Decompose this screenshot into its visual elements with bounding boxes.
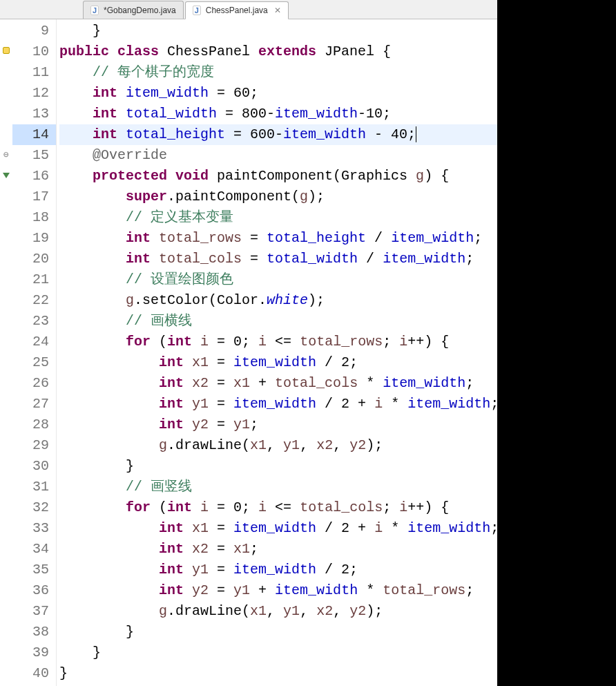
tab-chesspanel[interactable]: ChessPanel.java ✕: [185, 1, 289, 19]
code-line[interactable]: int y1 = item_width / 2;: [59, 560, 497, 580]
marker-row: [0, 477, 12, 497]
marker-fold[interactable]: ⊖: [0, 145, 12, 166]
marker-row: [0, 415, 12, 435]
marker-row: [0, 104, 12, 124]
marker-row: [0, 187, 12, 207]
line-number[interactable]: 34: [12, 539, 56, 560]
marker-row: [0, 332, 12, 352]
line-number[interactable]: 38: [12, 622, 56, 642]
code-line[interactable]: int total_height = 600-item_width - 40;: [59, 124, 497, 145]
code-line[interactable]: // 每个棋子的宽度: [59, 62, 497, 83]
code-area[interactable]: }public class ChessPanel extends JPanel …: [57, 19, 497, 686]
line-number[interactable]: 25: [12, 352, 56, 373]
close-icon[interactable]: ✕: [271, 6, 281, 15]
line-number[interactable]: 27: [12, 394, 56, 415]
line-number[interactable]: 22: [12, 290, 56, 311]
line-number[interactable]: 32: [12, 497, 56, 518]
code-line[interactable]: int total_cols = total_width / item_widt…: [59, 249, 497, 269]
line-number[interactable]: 23: [12, 311, 56, 332]
line-number[interactable]: 12: [12, 83, 56, 104]
code-line[interactable]: int total_width = 800-item_width-10;: [59, 104, 497, 124]
line-number[interactable]: 29: [12, 435, 56, 456]
line-number[interactable]: 33: [12, 518, 56, 539]
line-number[interactable]: 24: [12, 332, 56, 352]
code-line[interactable]: }: [59, 642, 497, 663]
marker-row: [0, 539, 12, 560]
marker-override[interactable]: [0, 166, 12, 187]
line-number[interactable]: 37: [12, 601, 56, 622]
line-number[interactable]: 14: [12, 124, 56, 145]
code-line[interactable]: public class ChessPanel extends JPanel {: [59, 41, 497, 62]
marker-row: [0, 311, 12, 332]
line-number[interactable]: 20: [12, 249, 56, 269]
code-line[interactable]: g.setColor(Color.white);: [59, 290, 497, 311]
line-number[interactable]: 16: [12, 166, 56, 187]
code-line[interactable]: int item_width = 60;: [59, 83, 497, 104]
line-number[interactable]: 40: [12, 663, 56, 684]
marker-row: [0, 352, 12, 373]
line-number[interactable]: 19: [12, 228, 56, 249]
code-line[interactable]: g.drawLine(x1, y1, x2, y2);: [59, 601, 497, 622]
java-file-icon: [90, 6, 100, 15]
code-line[interactable]: int y2 = y1;: [59, 415, 497, 435]
tab-label: ChessPanel.java: [206, 6, 268, 15]
marker-row: [0, 124, 12, 145]
line-number[interactable]: 13: [12, 104, 56, 124]
line-number[interactable]: 36: [12, 580, 56, 601]
marker-row: [0, 601, 12, 622]
line-number[interactable]: 31: [12, 477, 56, 497]
marker-row: [0, 663, 12, 684]
marker-row: [0, 518, 12, 539]
code-line[interactable]: protected void paintComponent(Graphics g…: [59, 166, 497, 187]
code-line[interactable]: super.paintComponent(g);: [59, 187, 497, 207]
line-number[interactable]: 30: [12, 456, 56, 477]
code-line[interactable]: int y1 = item_width / 2 + i * item_width…: [59, 394, 497, 415]
line-number[interactable]: 9: [12, 21, 56, 41]
code-line[interactable]: int x1 = item_width / 2;: [59, 352, 497, 373]
marker-row: [0, 497, 12, 518]
tab-gobangdemo[interactable]: *GobangDemo.java: [83, 1, 184, 19]
marker-row: [0, 249, 12, 269]
code-line[interactable]: // 画竖线: [59, 477, 497, 497]
line-number[interactable]: 28: [12, 415, 56, 435]
line-number[interactable]: 35: [12, 560, 56, 580]
code-line[interactable]: }: [59, 21, 497, 41]
line-number[interactable]: 26: [12, 373, 56, 394]
code-line[interactable]: for (int i = 0; i <= total_cols; i++) {: [59, 497, 497, 518]
marker-row: [0, 269, 12, 290]
marker-warning[interactable]: [0, 41, 12, 62]
line-number[interactable]: 10: [12, 41, 56, 62]
code-editor: *GobangDemo.java ChessPanel.java ✕ ⊖: [0, 0, 497, 686]
marker-row: [0, 228, 12, 249]
marker-row: [0, 560, 12, 580]
line-number[interactable]: 15: [12, 145, 56, 166]
marker-column: ⊖: [0, 19, 12, 686]
code-line[interactable]: }: [59, 622, 497, 642]
marker-row: [0, 21, 12, 41]
code-line[interactable]: int y2 = y1 + item_width * total_rows;: [59, 580, 497, 601]
code-line[interactable]: @Override: [59, 145, 497, 166]
line-number-gutter[interactable]: 9101112131415161718192021222324252627282…: [12, 19, 57, 686]
code-line[interactable]: // 画横线: [59, 311, 497, 332]
marker-row: [0, 83, 12, 104]
line-number[interactable]: 18: [12, 207, 56, 228]
code-line[interactable]: }: [59, 663, 497, 684]
code-line[interactable]: }: [59, 456, 497, 477]
code-line[interactable]: int total_rows = total_height / item_wid…: [59, 228, 497, 249]
marker-row: [0, 394, 12, 415]
line-number[interactable]: 17: [12, 187, 56, 207]
code-line[interactable]: g.drawLine(x1, y1, x2, y2);: [59, 435, 497, 456]
line-number[interactable]: 21: [12, 269, 56, 290]
code-line[interactable]: int x2 = x1 + total_cols * item_width;: [59, 373, 497, 394]
line-number[interactable]: 11: [12, 62, 56, 83]
warning-icon: [3, 47, 10, 54]
code-line[interactable]: // 定义基本变量: [59, 207, 497, 228]
code-line[interactable]: // 设置绘图颜色: [59, 269, 497, 290]
line-number[interactable]: 39: [12, 642, 56, 663]
marker-row: [0, 207, 12, 228]
marker-row: [0, 580, 12, 601]
code-line[interactable]: int x2 = x1;: [59, 539, 497, 560]
code-line[interactable]: for (int i = 0; i <= total_rows; i++) {: [59, 332, 497, 352]
code-line[interactable]: int x1 = item_width / 2 + i * item_width…: [59, 518, 497, 539]
marker-row: [0, 435, 12, 456]
